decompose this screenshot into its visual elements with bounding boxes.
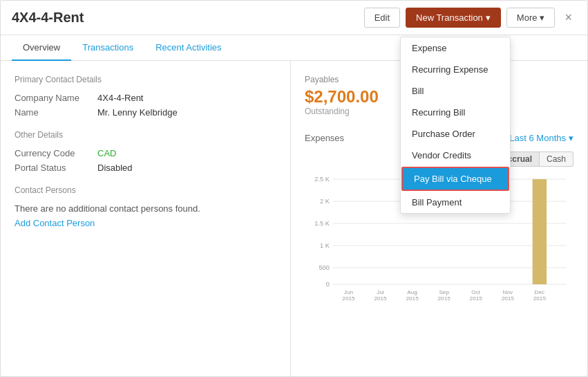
- svg-text:Jun: Jun: [344, 289, 353, 295]
- dropdown-item-purchase-order[interactable]: Purchase Order: [401, 123, 510, 145]
- no-contacts-text: There are no additional contact persons …: [15, 203, 276, 214]
- svg-rect-18: [533, 179, 547, 284]
- period-arrow-icon: ▾: [569, 133, 573, 143]
- header-actions: Edit New Transaction ▾ More ▾ ×: [364, 8, 576, 28]
- dropdown-item-recurring-expense[interactable]: Recurring Expense: [401, 59, 510, 80]
- currency-code-value: CAD: [97, 148, 116, 158]
- svg-text:Sep: Sep: [439, 289, 449, 295]
- svg-text:2015: 2015: [470, 295, 483, 302]
- svg-text:500: 500: [319, 264, 329, 271]
- period-label: Last 6 Months: [509, 133, 566, 143]
- tab-overview[interactable]: Overview: [12, 35, 71, 61]
- dropdown-item-pay-bill-via-cheque[interactable]: Pay Bill via Cheque: [401, 167, 509, 191]
- more-button[interactable]: More ▾: [506, 8, 556, 28]
- contact-persons-title: Contact Persons: [15, 185, 276, 195]
- dropdown-arrow-icon: ▾: [486, 12, 491, 23]
- close-button[interactable]: ×: [560, 9, 576, 26]
- contact-persons-section: Contact Persons There are no additional …: [15, 185, 276, 228]
- svg-text:2 K: 2 K: [320, 198, 330, 205]
- portal-status-label: Portal Status: [15, 163, 97, 173]
- dropdown-item-vendor-credits[interactable]: Vendor Credits: [401, 145, 510, 166]
- svg-text:2.5 K: 2.5 K: [314, 176, 329, 183]
- more-arrow-icon: ▾: [540, 12, 544, 23]
- dropdown-item-recurring-bill[interactable]: Recurring Bill: [401, 102, 510, 123]
- svg-text:2015: 2015: [406, 295, 419, 302]
- company-name-value: 4X4-4-Rent: [97, 93, 143, 103]
- dropdown-item-bill[interactable]: Bill: [401, 80, 510, 102]
- svg-text:Aug: Aug: [407, 289, 417, 295]
- cash-button[interactable]: Cash: [540, 151, 573, 167]
- close-icon: ×: [565, 10, 572, 24]
- left-panel: Primary Contact Details Company Name 4X4…: [1, 61, 291, 376]
- currency-code-label: Currency Code: [15, 148, 97, 158]
- svg-text:2015: 2015: [502, 295, 515, 302]
- primary-contact-title: Primary Contact Details: [15, 75, 276, 84]
- name-row: Name Mr. Lenny Kelbridge: [15, 107, 276, 118]
- page-title: 4X4-4-Rent: [12, 10, 364, 26]
- period-selector[interactable]: Last 6 Months ▾: [509, 133, 573, 143]
- portal-status-row: Portal Status Disabled: [15, 163, 276, 173]
- svg-text:1.5 K: 1.5 K: [314, 220, 329, 227]
- new-transaction-dropdown: Expense Recurring Expense Bill Recurring…: [400, 37, 511, 214]
- edit-button[interactable]: Edit: [364, 8, 400, 28]
- svg-text:2015: 2015: [342, 295, 355, 302]
- svg-text:1 K: 1 K: [320, 242, 330, 249]
- main-window: 4X4-4-Rent Edit New Transaction ▾ More ▾…: [0, 0, 588, 377]
- portal-status-value: Disabled: [97, 163, 133, 173]
- other-details-title: Other Details: [15, 130, 276, 140]
- header: 4X4-4-Rent Edit New Transaction ▾ More ▾…: [1, 1, 587, 35]
- company-name-row: Company Name 4X4-4-Rent: [15, 93, 276, 103]
- currency-code-row: Currency Code CAD: [15, 148, 276, 158]
- new-transaction-button[interactable]: New Transaction ▾: [406, 8, 501, 28]
- dropdown-item-expense[interactable]: Expense: [401, 37, 510, 59]
- svg-text:2015: 2015: [533, 295, 547, 302]
- company-name-label: Company Name: [15, 93, 97, 103]
- svg-text:0: 0: [326, 281, 330, 288]
- name-label: Name: [15, 107, 97, 118]
- add-contact-link[interactable]: Add Contact Person: [15, 218, 95, 228]
- tab-recent-activities[interactable]: Recent Activities: [144, 35, 232, 61]
- dropdown-item-bill-payment[interactable]: Bill Payment: [401, 192, 510, 213]
- tab-transactions[interactable]: Transactions: [71, 35, 144, 61]
- svg-text:Jul: Jul: [377, 289, 384, 295]
- svg-text:Oct: Oct: [471, 289, 480, 295]
- svg-text:Dec: Dec: [535, 289, 545, 295]
- name-value: Mr. Lenny Kelbridge: [97, 107, 178, 118]
- svg-text:2015: 2015: [438, 295, 451, 302]
- expenses-title: Expenses: [305, 133, 344, 143]
- svg-text:Nov: Nov: [503, 289, 514, 295]
- svg-text:2015: 2015: [374, 295, 387, 302]
